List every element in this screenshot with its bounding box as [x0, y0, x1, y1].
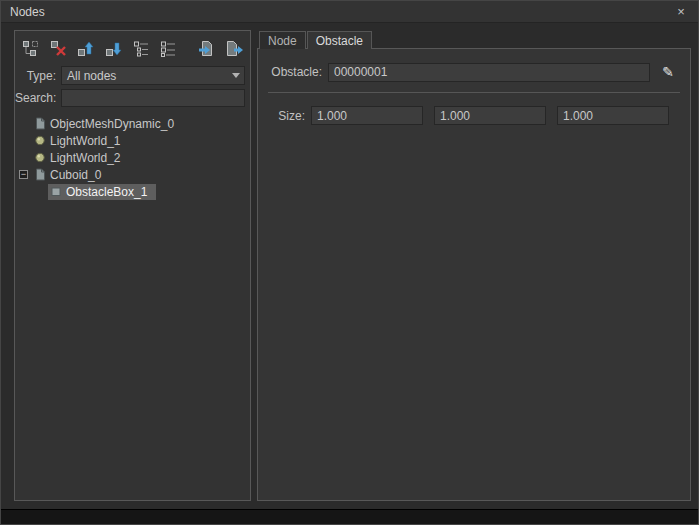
type-filter-row: Type: All nodes — [15, 64, 250, 87]
import-node-icon — [198, 40, 215, 57]
tree-item-lightworld-1[interactable]: LightWorld_1 — [15, 132, 250, 149]
tree-item-objectmeshdynamic-0[interactable]: ObjectMeshDynamic_0 — [15, 115, 250, 132]
window-title: Nodes — [10, 5, 45, 19]
mesh-icon — [34, 117, 46, 130]
add-node-button[interactable] — [19, 36, 43, 61]
size-y-field[interactable] — [434, 106, 546, 125]
move-down-button[interactable] — [102, 36, 126, 61]
edit-button[interactable]: ✎ — [656, 62, 680, 82]
titlebar: Nodes × — [1, 1, 698, 23]
size-label: Size: — [268, 109, 311, 123]
size-row: Size: — [268, 106, 680, 125]
tab-node[interactable]: Node — [259, 31, 306, 49]
selected-tree-item[interactable]: ObstacleBox_1 — [48, 184, 156, 200]
add-node-icon — [22, 40, 39, 57]
type-select[interactable]: All nodes — [61, 66, 245, 85]
expand-hierarchy-button[interactable] — [129, 36, 153, 61]
tab-obstacle[interactable]: Obstacle — [307, 31, 372, 49]
nodes-list-panel: Type: All nodes Search: — [14, 30, 251, 501]
export-node-icon — [226, 40, 243, 57]
type-label: Type: — [15, 69, 61, 83]
search-label: Search: — [15, 91, 61, 105]
import-node-button[interactable] — [195, 36, 219, 61]
obstacle-id-field[interactable] — [328, 63, 650, 82]
section-separator — [268, 92, 680, 93]
search-input[interactable] — [61, 89, 245, 107]
light-icon — [34, 151, 46, 164]
export-node-button[interactable] — [223, 36, 247, 61]
tree-item-cuboid-0[interactable]: − Cuboid_0 — [15, 166, 250, 183]
size-z-field[interactable] — [557, 106, 669, 125]
move-down-icon — [105, 40, 122, 57]
window-bottom-edge — [1, 509, 698, 524]
move-up-button[interactable] — [74, 36, 98, 61]
pencil-icon: ✎ — [662, 64, 674, 80]
obstacle-row: Obstacle: ✎ — [268, 62, 680, 82]
light-icon — [34, 134, 46, 147]
type-select-value: All nodes — [67, 69, 116, 83]
node-tree: ObjectMeshDynamic_0 LightWorld_1 — [15, 109, 250, 500]
nodes-window: Nodes × — [0, 0, 699, 525]
tree-item-label: ObjectMeshDynamic_0 — [50, 117, 174, 131]
tree-item-label: ObstacleBox_1 — [66, 185, 147, 199]
inspector-panel: Node Obstacle Obstacle: ✎ Size: — [257, 30, 691, 501]
tree-item-label: LightWorld_2 — [50, 151, 121, 165]
collapse-hierarchy-icon — [160, 40, 177, 57]
tree-item-label: Cuboid_0 — [50, 168, 101, 182]
close-icon[interactable]: × — [673, 4, 689, 19]
delete-node-icon — [50, 40, 67, 57]
tree-item-obstaclebox-1[interactable]: ObstacleBox_1 — [15, 183, 250, 200]
search-row: Search: — [15, 87, 250, 109]
tree-item-lightworld-2[interactable]: LightWorld_2 — [15, 149, 250, 166]
obstacle-properties: Obstacle: ✎ Size: — [257, 48, 691, 501]
nodes-toolbar — [15, 31, 250, 64]
delete-node-button[interactable] — [47, 36, 71, 61]
move-up-icon — [77, 40, 94, 57]
obstacle-label: Obstacle: — [268, 65, 328, 79]
obstacle-icon — [50, 185, 62, 198]
expand-hierarchy-icon — [133, 40, 150, 57]
cuboid-icon — [34, 168, 46, 181]
chevron-down-icon — [228, 67, 244, 84]
collapse-expander-icon[interactable]: − — [19, 170, 28, 179]
inspector-tabs: Node Obstacle — [257, 30, 691, 48]
size-x-field[interactable] — [311, 106, 423, 125]
collapse-hierarchy-button[interactable] — [157, 36, 181, 61]
tree-item-label: LightWorld_1 — [50, 134, 121, 148]
